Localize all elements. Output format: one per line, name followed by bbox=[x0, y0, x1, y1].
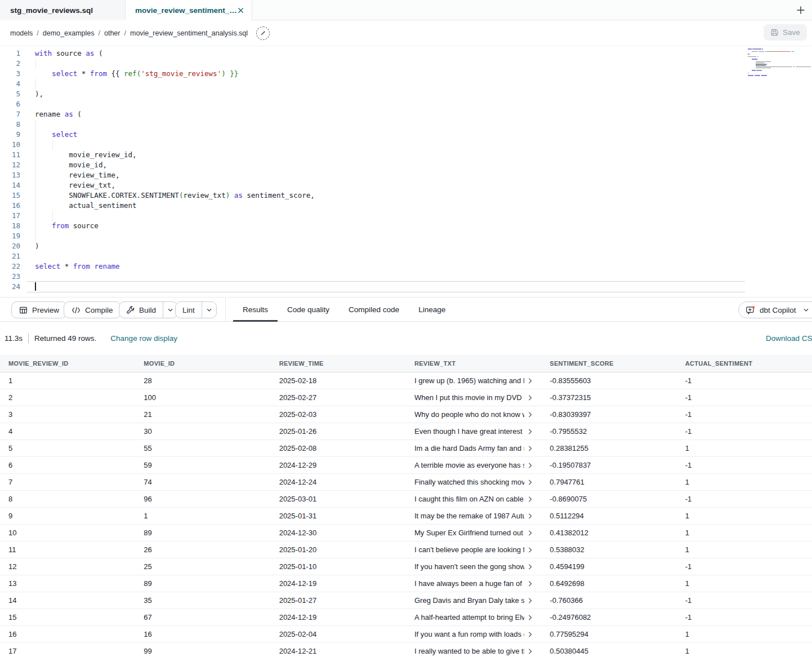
table-row: 12252025-01-10If you haven't seen the go… bbox=[0, 558, 812, 575]
table-icon bbox=[19, 306, 28, 314]
tab-stg-movie-reviews[interactable]: stg_movie_reviews.sql bbox=[0, 0, 126, 20]
expand-review-icon[interactable] bbox=[527, 428, 533, 434]
expand-review-icon[interactable] bbox=[527, 378, 533, 384]
save-button[interactable]: Save bbox=[764, 24, 807, 41]
expand-review-icon[interactable] bbox=[527, 479, 533, 485]
compile-button[interactable]: Compile bbox=[64, 301, 121, 318]
results-panel-tab-code-quality[interactable]: Code quality bbox=[278, 298, 339, 322]
expand-review-icon[interactable] bbox=[527, 614, 533, 620]
tab-label: movie_review_sentiment_… bbox=[126, 6, 237, 15]
change-row-display-link[interactable]: Change row display bbox=[110, 334, 177, 343]
line-number: 5 bbox=[0, 89, 20, 99]
line-number: 23 bbox=[0, 272, 20, 282]
cell-review-txt: I can't believe people are looking for a… bbox=[406, 545, 541, 554]
expand-review-icon[interactable] bbox=[527, 496, 533, 502]
expand-review-icon[interactable] bbox=[527, 445, 533, 451]
editor-minimap[interactable] bbox=[748, 48, 809, 79]
line-number: 19 bbox=[0, 231, 20, 241]
review-text: Why do people who do not know what… bbox=[414, 410, 524, 419]
cell-review-time: 2025-01-27 bbox=[271, 596, 406, 605]
expand-review-icon[interactable] bbox=[527, 563, 533, 570]
breadcrumb-segment: models bbox=[10, 29, 33, 37]
lint-options-chevron[interactable] bbox=[202, 302, 216, 318]
expand-review-icon[interactable] bbox=[527, 513, 533, 519]
lint-split-button: Lint bbox=[175, 301, 217, 318]
cell-movie-id: 21 bbox=[135, 410, 270, 419]
cell-actual-sentiment: -1 bbox=[677, 596, 812, 605]
copilot-dashed-circle-icon[interactable] bbox=[256, 26, 270, 40]
results-panel-tab-compiled-code[interactable]: Compiled code bbox=[339, 298, 409, 322]
cell-review-time: 2025-02-04 bbox=[271, 630, 406, 638]
table-row: 14352025-01-27Greg Davis and Bryan Daly … bbox=[0, 592, 812, 609]
expand-review-icon[interactable] bbox=[527, 547, 533, 553]
cell-actual-sentiment: 1 bbox=[677, 579, 812, 588]
review-text: My Super Ex Girlfriend turned out to b… bbox=[414, 529, 524, 537]
cell-movie-id: 16 bbox=[135, 630, 270, 638]
line-number: 16 bbox=[0, 201, 20, 211]
expand-review-icon[interactable] bbox=[527, 530, 533, 536]
breadcrumb-separator: / bbox=[99, 29, 100, 37]
expand-review-icon[interactable] bbox=[527, 631, 533, 637]
cell-review-time: 2024-12-19 bbox=[271, 579, 406, 588]
cell-sentiment-score: -0.760366 bbox=[541, 596, 676, 605]
build-button[interactable]: Build bbox=[119, 302, 163, 318]
cell-movie-review-id: 7 bbox=[0, 478, 135, 486]
editor-line: 8 bbox=[0, 119, 812, 130]
tab-movie-review-sentiment-analysis[interactable]: movie_review_sentiment_… bbox=[126, 0, 252, 21]
cell-sentiment-score: 0.5112294 bbox=[541, 512, 676, 520]
cell-actual-sentiment: 1 bbox=[677, 444, 812, 452]
line-number: 6 bbox=[0, 99, 20, 109]
cell-review-txt: I have always been a huge fan of "Hom… bbox=[406, 579, 541, 588]
cell-movie-id: 96 bbox=[135, 495, 270, 503]
cell-review-time: 2025-02-27 bbox=[271, 393, 406, 402]
table-row: 8962025-03-01I caught this film on AZN o… bbox=[0, 491, 812, 508]
cell-actual-sentiment: -1 bbox=[677, 376, 812, 385]
editor-line: 23 bbox=[0, 272, 812, 282]
cell-review-txt: I grew up (b. 1965) watching and lovin… bbox=[406, 376, 541, 385]
cell-sentiment-score: 0.6492698 bbox=[541, 579, 676, 588]
results-panel-tab-lineage[interactable]: Lineage bbox=[409, 298, 455, 322]
cell-review-time: 2024-12-29 bbox=[271, 461, 406, 469]
cell-sentiment-score: 0.5388032 bbox=[541, 545, 676, 554]
cell-review-time: 2025-01-31 bbox=[271, 512, 406, 520]
cell-review-txt: Greg Davis and Bryan Daly take some … bbox=[406, 596, 541, 605]
query-duration: 11.3s bbox=[5, 334, 23, 343]
expand-review-icon[interactable] bbox=[527, 597, 533, 603]
dbt-copilot-button[interactable]: dbt Copilot bbox=[738, 301, 812, 318]
review-text: Finally watched this shocking movie la… bbox=[414, 478, 524, 486]
review-text: Greg Davis and Bryan Daly take some … bbox=[414, 596, 524, 605]
cell-movie-id: 26 bbox=[135, 545, 270, 554]
expand-review-icon[interactable] bbox=[527, 394, 533, 401]
editor-line: 6 bbox=[0, 99, 812, 109]
row-count-summary: Returned 49 rows. bbox=[34, 334, 96, 343]
column-header-actual-sentiment: ACTUAL_SENTIMENT bbox=[677, 360, 812, 367]
expand-review-icon[interactable] bbox=[527, 411, 533, 418]
expand-review-icon[interactable] bbox=[527, 462, 533, 468]
copilot-chat-icon bbox=[746, 305, 755, 315]
results-table: MOVIE_REVIEW_IDMOVIE_IDREVIEW_TIMEREVIEW… bbox=[0, 355, 812, 657]
expand-review-icon[interactable] bbox=[527, 580, 533, 587]
cell-actual-sentiment: -1 bbox=[677, 613, 812, 622]
cell-actual-sentiment: 1 bbox=[677, 630, 812, 638]
lint-button[interactable]: Lint bbox=[176, 302, 202, 318]
table-row: 4302025-01-26Even though I have great in… bbox=[0, 423, 812, 440]
toolbar-divider bbox=[225, 298, 226, 322]
cell-review-time: 2024-12-21 bbox=[271, 647, 406, 655]
build-split-button: Build bbox=[119, 301, 178, 318]
tab-label: stg_movie_reviews.sql bbox=[0, 6, 93, 15]
review-text: Im a die hard Dads Army fan and nothi… bbox=[414, 444, 524, 452]
preview-button[interactable]: Preview bbox=[11, 301, 67, 318]
download-csv-link[interactable]: Download CSV bbox=[766, 334, 812, 343]
code-editor[interactable]: 1with source as (23 select * from {{ ref… bbox=[0, 46, 812, 297]
editor-line: 24 bbox=[0, 282, 812, 292]
breadcrumb-separator: / bbox=[37, 29, 38, 37]
expand-review-icon[interactable] bbox=[527, 648, 533, 654]
cell-review-time: 2024-12-24 bbox=[271, 478, 406, 486]
new-tab-icon[interactable] bbox=[794, 3, 807, 17]
results-panel-tab-results[interactable]: Results bbox=[233, 298, 278, 322]
cell-sentiment-score: -0.83555603 bbox=[541, 376, 676, 385]
close-tab-icon[interactable] bbox=[237, 6, 245, 16]
cell-review-txt: A terrible movie as everyone has said. … bbox=[406, 461, 541, 469]
results-table-header: MOVIE_REVIEW_IDMOVIE_IDREVIEW_TIMEREVIEW… bbox=[0, 355, 812, 372]
cell-movie-review-id: 4 bbox=[0, 427, 135, 436]
